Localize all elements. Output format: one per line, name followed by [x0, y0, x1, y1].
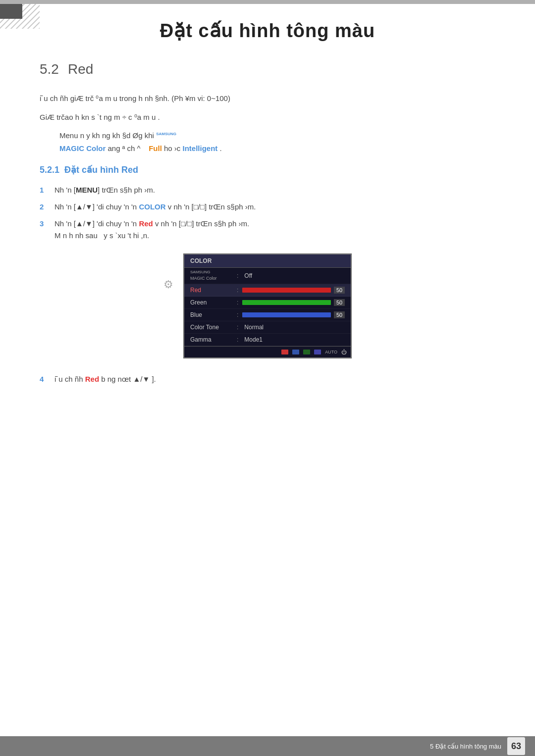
page-title: Đặt cấu hình tông màu — [0, 20, 535, 42]
step-3-text: Nh 'n [▲/▼] 'di chuy 'n 'n Red v nh 'n [… — [54, 218, 249, 242]
section-title: Red — [68, 61, 93, 77]
step-2-text: Nh 'n [▲/▼] 'di chuy 'n 'n COLOR v nh 'n… — [54, 201, 256, 213]
osd-sep-3: : — [237, 299, 238, 306]
osd-bar-green-container: 50 — [242, 299, 345, 306]
osd-value-green: 50 — [334, 299, 345, 306]
osd-row-color-tone: Color Tone : Normal — [184, 321, 351, 334]
corner-rectangle — [0, 4, 22, 19]
osd-row-magic-color: SAMSUNG MAGIC Color : Off — [184, 268, 351, 284]
step-3-number: 3 — [40, 218, 54, 242]
section-header: 5.2 Red — [40, 61, 495, 77]
step-2: 2 Nh 'n [▲/▼] 'di chuy 'n 'n COLOR v nh … — [40, 201, 495, 213]
footer: 5 Đặt cấu hình tông màu 63 — [0, 736, 535, 756]
page-title-area: Đặt cấu hình tông màu — [0, 0, 535, 42]
step-1-number: 1 — [40, 184, 54, 196]
osd-button-blue[interactable] — [292, 350, 299, 354]
intelligent-label: Intelligent — [183, 144, 218, 152]
osd-bar-red-container: 50 — [242, 287, 345, 294]
osd-value-color-tone: Normal — [244, 324, 264, 331]
monitor-screen: COLOR SAMSUNG MAGIC Color : Off Red — [183, 253, 352, 358]
osd-sep-4: : — [237, 311, 238, 318]
osd-label-color-tone: Color Tone — [190, 324, 235, 331]
section-note: Menu n y kh ng kh §d Øg khi SAMSUNGMAGIC… — [59, 129, 495, 154]
osd-title: COLOR — [190, 257, 212, 264]
osd-value-blue: 50 — [334, 311, 345, 318]
osd-label-green: Green — [190, 299, 235, 306]
main-content: 5.2 Red i ̄u ch ñh giÆ trč ⁰a m u trong … — [0, 61, 535, 385]
subsection-header: 5.2.1 Đặt cấu hình Red — [40, 164, 495, 175]
osd-bar-blue-container: 50 — [242, 311, 345, 318]
section-number: 5.2 — [40, 61, 59, 77]
osd-row-green: Green : 50 — [184, 297, 351, 309]
osd-sep-6: : — [237, 336, 238, 343]
osd-value-gamma: Mode1 — [244, 336, 263, 343]
steps-list: 1 Nh 'n [MENU] trŒn s§h ph ›m. 2 Nh 'n [… — [40, 184, 495, 242]
section-description2: GiÆ trčao h kn s `t ng m ÷ c ⁰a m u . — [40, 111, 495, 124]
step-1: 1 Nh 'n [MENU] trŒn s§h ph ›m. — [40, 184, 495, 196]
osd-title-bar: COLOR — [184, 254, 351, 268]
step-1-text: Nh 'n [MENU] trŒn s§h ph ›m. — [54, 184, 155, 196]
subsection-number: 5.2.1 — [40, 165, 59, 175]
osd-sep-5: : — [237, 324, 238, 331]
osd-menu: COLOR SAMSUNG MAGIC Color : Off Red — [184, 254, 351, 358]
osd-row-red: Red : 50 — [184, 284, 351, 297]
step-4-number: 4 — [40, 373, 54, 385]
osd-bottom-bar: AUTO ⏻ — [184, 346, 351, 357]
footer-section-label: 5 Đặt cấu hình tông màu — [430, 743, 501, 750]
osd-row-blue: Blue : 50 — [184, 309, 351, 321]
step-2-number: 2 — [40, 201, 54, 213]
osd-value-magic-color: Off — [244, 272, 252, 279]
osd-sep-1: : — [237, 272, 238, 279]
osd-label-blue: Blue — [190, 311, 235, 318]
osd-button-red[interactable] — [281, 350, 288, 354]
subsection-title: 5.2.1 Đặt cấu hình Red — [40, 165, 138, 175]
osd-label-gamma: Gamma — [190, 336, 235, 343]
section-description1: i ̄u ch ñh giÆ trč ⁰a m u trong h nh §nh… — [40, 92, 495, 105]
full-label: Full — [149, 144, 162, 152]
osd-button-green[interactable] — [303, 350, 310, 354]
step-3: 3 Nh 'n [▲/▼] 'di chuy 'n 'n Red v nh 'n… — [40, 218, 495, 242]
footer-page-number: 63 — [507, 737, 525, 755]
osd-label-red: Red — [190, 287, 235, 294]
osd-label-magic-color: SAMSUNG MAGIC Color — [190, 270, 235, 281]
step-4-text: i ̄u ch ñh Red b ng nœt ▲/▼ ]. — [54, 373, 156, 385]
osd-button-play[interactable] — [314, 350, 321, 354]
subsection-label: Đặt cấu hình Red — [64, 165, 138, 175]
step-4: 4 i ̄u ch ñh Red b ng nœt ▲/▼ ]. — [40, 373, 495, 385]
osd-bar-green — [242, 300, 331, 305]
osd-value-red: 50 — [334, 287, 345, 294]
osd-power-icon: ⏻ — [341, 349, 347, 355]
monitor-container: ⚙ COLOR SAMSUNG MAGIC Color : Off — [40, 253, 495, 358]
settings-icon: ⚙ — [163, 278, 173, 291]
osd-bar-blue — [242, 312, 331, 317]
osd-sep-2: : — [237, 287, 238, 294]
osd-bar-red — [242, 288, 331, 293]
osd-row-gamma: Gamma : Mode1 — [184, 334, 351, 346]
top-bar — [0, 0, 535, 4]
osd-auto-label: AUTO — [325, 350, 337, 354]
